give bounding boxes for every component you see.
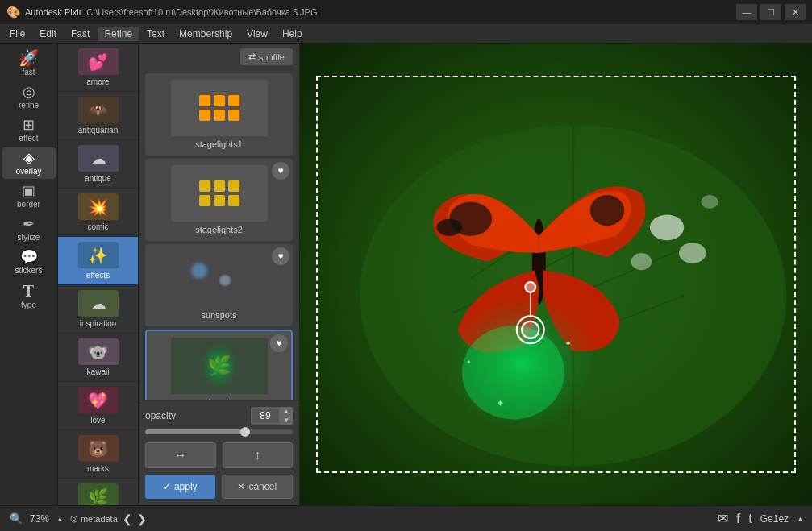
cat-love[interactable]: 💖 love <box>58 382 138 430</box>
controls-area: opacity ▲ ▼ ↔ ↕ <box>139 400 299 505</box>
svg-point-7 <box>650 214 684 240</box>
opacity-down-button[interactable]: ▼ <box>280 416 293 425</box>
zoom-value: 73% <box>27 513 52 525</box>
apply-button[interactable]: ✓ apply <box>145 475 215 499</box>
twitter-share-button[interactable]: t <box>748 512 752 526</box>
shuffle-button[interactable]: ⇄ shuffle <box>240 48 293 65</box>
cat-nature[interactable]: 🌿 nature <box>58 479 138 505</box>
opacity-up-button[interactable]: ▲ <box>280 407 293 416</box>
svg-point-10 <box>701 195 718 209</box>
effect-sunspots[interactable]: ♥ sunspots <box>145 244 293 326</box>
close-button[interactable]: ✕ <box>785 4 806 20</box>
type-icon: T <box>23 283 34 299</box>
zoom-up-button[interactable]: ▲ <box>55 513 65 525</box>
refine-icon: ◎ <box>23 85 35 99</box>
cancel-button[interactable]: ✕ cancel <box>222 475 294 499</box>
opacity-slider[interactable] <box>145 429 293 434</box>
stylize-icon: ✒ <box>23 217 35 231</box>
fav-sunspots[interactable]: ♥ <box>272 247 289 265</box>
cat-marks-thumb: 🐻 <box>78 435 119 462</box>
tool-border[interactable]: ▣ border <box>2 180 56 212</box>
opacity-row: opacity ▲ ▼ <box>145 407 293 425</box>
cat-kawaii[interactable]: 🐨 kawaii <box>58 334 138 382</box>
border-icon: ▣ <box>22 184 35 198</box>
metadata-button[interactable]: ◎ metadata <box>70 513 118 524</box>
titlebar-controls: — ☐ ✕ <box>736 4 806 20</box>
cat-nature-thumb: 🌿 <box>78 483 119 505</box>
tools-sidebar: 🚀 fast ◎ refine ⊞ effect ◈ overlay ▣ bor… <box>0 44 58 505</box>
metadata-icon: ◎ <box>70 513 78 524</box>
opacity-arrows: ▲ ▼ <box>280 407 293 425</box>
flip-h-icon: ↔ <box>174 448 187 463</box>
flip-horizontal-button[interactable]: ↔ <box>145 442 216 468</box>
tool-overlay[interactable]: ◈ overlay <box>2 147 56 179</box>
svg-point-16 <box>462 326 564 419</box>
svg-point-21 <box>522 322 539 338</box>
effect-icon: ⊞ <box>23 118 35 132</box>
cat-amore-thumb: 💕 <box>78 48 119 75</box>
opacity-slider-thumb[interactable] <box>240 427 250 437</box>
cat-antiquarian[interactable]: 🦇 antiquarian <box>58 92 138 140</box>
effect-stagelights1[interactable]: stagelights1 <box>145 73 293 156</box>
tool-type[interactable]: T type <box>2 280 56 313</box>
tool-effect[interactable]: ⊞ effect <box>2 114 56 146</box>
titlebar: 🎨 Autodesk Pixlr C:\Users\freesoft10.ru\… <box>0 0 812 24</box>
canvas-area[interactable]: ✦ ✦ ✦ <box>300 44 812 505</box>
cat-antique-thumb: ☁ <box>78 145 119 172</box>
menu-membership[interactable]: Membership <box>173 27 239 41</box>
menu-view[interactable]: View <box>240 27 274 41</box>
overlay-icon: ◈ <box>23 151 35 165</box>
svg-text:✦: ✦ <box>466 358 472 366</box>
tool-fast[interactable]: 🚀 fast <box>2 47 56 80</box>
app-icon: 🎨 <box>6 6 20 19</box>
svg-point-8 <box>679 243 706 263</box>
flip-v-icon: ↕ <box>254 448 260 463</box>
flip-vertical-button[interactable]: ↕ <box>223 442 294 468</box>
effect-thumb-sunspots <box>171 251 268 307</box>
effects-panel-container: ⇄ shuffle stagelights1 <box>139 44 300 505</box>
effect-stagelights2[interactable]: ♥ stagelights2 <box>145 159 293 241</box>
shuffle-icon: ⇄ <box>248 52 256 62</box>
stickers-icon: 💬 <box>20 250 38 264</box>
prev-button[interactable]: ❮ <box>123 512 132 525</box>
x-icon: ✕ <box>237 481 245 492</box>
menu-refine[interactable]: Refine <box>98 27 139 41</box>
svg-text:✦: ✦ <box>496 398 505 409</box>
expand-button[interactable]: ▲ <box>797 515 804 523</box>
bottombar-left: 🔍 73% ▲ ◎ metadata ❮ ❯ <box>8 511 147 526</box>
bottombar-right: ✉ f t Ge1ez ▲ <box>718 511 804 526</box>
tool-refine[interactable]: ◎ refine <box>2 81 56 113</box>
menu-fast[interactable]: Fast <box>65 27 96 41</box>
minimize-button[interactable]: — <box>736 4 757 20</box>
cat-antique[interactable]: ☁ antique <box>58 140 138 189</box>
canvas-image: ✦ ✦ ✦ <box>300 44 812 505</box>
fav-wizardry[interactable]: ♥ <box>270 334 288 352</box>
tool-stylize[interactable]: ✒ stylize <box>2 214 56 245</box>
next-button[interactable]: ❯ <box>137 512 147 525</box>
tool-stickers[interactable]: 💬 stickers <box>2 247 56 278</box>
opacity-input[interactable] <box>251 408 280 424</box>
menu-text[interactable]: Text <box>140 27 171 41</box>
effect-thumb-stagelights1 <box>171 80 268 136</box>
maximize-button[interactable]: ☐ <box>760 4 781 20</box>
email-share-button[interactable]: ✉ <box>718 511 728 526</box>
fast-icon: 🚀 <box>19 50 39 66</box>
main-layout: 🚀 fast ◎ refine ⊞ effect ◈ overlay ▣ bor… <box>0 44 812 505</box>
effects-panel: ⇄ shuffle stagelights1 <box>139 44 300 400</box>
svg-point-9 <box>631 253 652 270</box>
cat-marks[interactable]: 🐻 marks <box>58 430 138 479</box>
cat-love-thumb: 💖 <box>78 387 119 413</box>
facebook-share-button[interactable]: f <box>736 512 740 526</box>
cat-comic[interactable]: 💥 comic <box>58 189 138 237</box>
effect-wizardry[interactable]: ♥ 🌿 wizardry <box>145 330 293 400</box>
cat-amore[interactable]: 💕 amore <box>58 44 138 92</box>
menu-edit[interactable]: Edit <box>33 27 63 41</box>
menu-help[interactable]: Help <box>276 27 309 41</box>
search-icon[interactable]: 🔍 <box>8 511 24 526</box>
menu-file[interactable]: File <box>3 27 31 41</box>
cat-inspiration[interactable]: ☁ inspiration <box>58 285 138 334</box>
cat-effects[interactable]: ✨ effects <box>58 237 138 285</box>
category-panel: 💕 amore 🦇 antiquarian ☁ antique 💥 comic … <box>58 44 139 505</box>
fav-stagelights2[interactable]: ♥ <box>272 162 289 180</box>
effects-header: ⇄ shuffle <box>139 44 299 70</box>
